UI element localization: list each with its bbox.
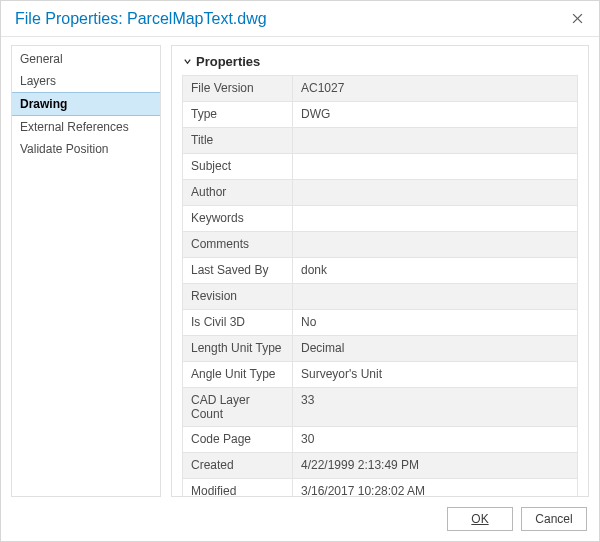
property-label: Author: [183, 180, 293, 205]
property-value: [293, 180, 577, 205]
dialog-title: File Properties: ParcelMapText.dwg: [15, 10, 565, 28]
property-row: Subject: [183, 154, 577, 180]
property-row: Author: [183, 180, 577, 206]
property-row: Keywords: [183, 206, 577, 232]
property-label: Comments: [183, 232, 293, 257]
dialog-footer: OK Cancel: [1, 497, 599, 541]
property-value: [293, 154, 577, 179]
sidebar-item-validate-position[interactable]: Validate Position: [12, 138, 160, 160]
property-value: 3/16/2017 10:28:02 AM: [293, 479, 577, 497]
chevron-down-icon: [182, 57, 192, 67]
sidebar-item-label: External References: [20, 120, 129, 134]
close-icon: [572, 13, 583, 24]
property-value: [293, 232, 577, 257]
property-row: Code Page30: [183, 427, 577, 453]
main-panel: Properties File VersionAC1027TypeDWGTitl…: [171, 45, 589, 497]
property-row: Created4/22/1999 2:13:49 PM: [183, 453, 577, 479]
properties-section-header[interactable]: Properties: [182, 54, 578, 69]
property-label: Type: [183, 102, 293, 127]
sidebar-item-label: Drawing: [20, 97, 67, 111]
property-row: Length Unit TypeDecimal: [183, 336, 577, 362]
property-label: Keywords: [183, 206, 293, 231]
property-value: Decimal: [293, 336, 577, 361]
ok-button[interactable]: OK: [447, 507, 513, 531]
dialog-body: General Layers Drawing External Referenc…: [1, 37, 599, 497]
property-value: No: [293, 310, 577, 335]
property-label: File Version: [183, 76, 293, 101]
close-button[interactable]: [565, 7, 589, 31]
property-row: TypeDWG: [183, 102, 577, 128]
property-row: Title: [183, 128, 577, 154]
property-value: 30: [293, 427, 577, 452]
property-label: Is Civil 3D: [183, 310, 293, 335]
property-value: [293, 206, 577, 231]
properties-grid: File VersionAC1027TypeDWGTitleSubjectAut…: [182, 75, 578, 497]
sidebar-item-label: General: [20, 52, 63, 66]
property-label: Title: [183, 128, 293, 153]
property-value: DWG: [293, 102, 577, 127]
property-row: CAD Layer Count33: [183, 388, 577, 427]
property-value: 33: [293, 388, 577, 426]
property-row: Revision: [183, 284, 577, 310]
property-label: CAD Layer Count: [183, 388, 293, 426]
property-row: Is Civil 3DNo: [183, 310, 577, 336]
sidebar-item-layers[interactable]: Layers: [12, 70, 160, 92]
property-label: Subject: [183, 154, 293, 179]
property-label: Revision: [183, 284, 293, 309]
property-label: Code Page: [183, 427, 293, 452]
property-value: AC1027: [293, 76, 577, 101]
property-label: Last Saved By: [183, 258, 293, 283]
cancel-button[interactable]: Cancel: [521, 507, 587, 531]
property-label: Created: [183, 453, 293, 478]
property-value: [293, 128, 577, 153]
property-label: Angle Unit Type: [183, 362, 293, 387]
property-value: [293, 284, 577, 309]
property-row: File VersionAC1027: [183, 76, 577, 102]
section-title: Properties: [196, 54, 260, 69]
property-row: Angle Unit TypeSurveyor's Unit: [183, 362, 577, 388]
property-value: 4/22/1999 2:13:49 PM: [293, 453, 577, 478]
sidebar-item-general[interactable]: General: [12, 48, 160, 70]
sidebar: General Layers Drawing External Referenc…: [11, 45, 161, 497]
file-properties-dialog: File Properties: ParcelMapText.dwg Gener…: [0, 0, 600, 542]
titlebar: File Properties: ParcelMapText.dwg: [1, 1, 599, 37]
property-label: Length Unit Type: [183, 336, 293, 361]
property-value: donk: [293, 258, 577, 283]
property-value: Surveyor's Unit: [293, 362, 577, 387]
property-row: Comments: [183, 232, 577, 258]
sidebar-item-label: Layers: [20, 74, 56, 88]
sidebar-item-external-references[interactable]: External References: [12, 116, 160, 138]
sidebar-item-drawing[interactable]: Drawing: [12, 92, 160, 116]
property-row: Last Saved Bydonk: [183, 258, 577, 284]
sidebar-item-label: Validate Position: [20, 142, 109, 156]
property-row: Modified3/16/2017 10:28:02 AM: [183, 479, 577, 497]
property-label: Modified: [183, 479, 293, 497]
